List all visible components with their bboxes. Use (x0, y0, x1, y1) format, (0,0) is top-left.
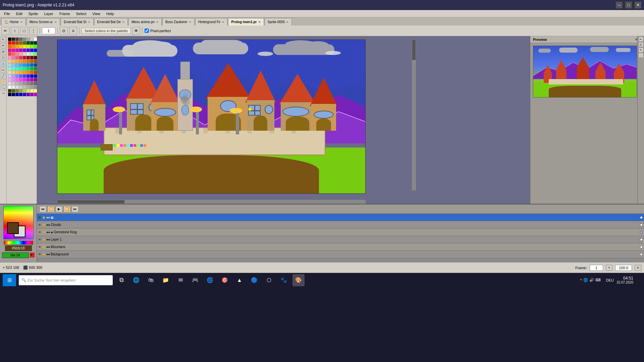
palette-color-4[interactable] (23, 38, 26, 41)
taskbar-task-view[interactable]: ⧉ (115, 274, 127, 286)
layer-clouds-lock-icon[interactable]: 🔒 (42, 223, 46, 227)
palette-color-102[interactable] (30, 82, 34, 85)
layer-row-1[interactable]: 👁 🔒 ●● Layer 1 (37, 236, 644, 243)
frame-input[interactable] (590, 265, 603, 271)
taskbar-blender[interactable]: 🔵 (248, 274, 260, 286)
palette-color-86[interactable] (30, 74, 34, 78)
maximize-button[interactable]: □ (625, 2, 632, 8)
layer-row-0[interactable]: 👁 🔒 ●● ▦ (37, 214, 644, 221)
palette-color-48[interactable] (8, 60, 11, 63)
start-button[interactable]: ⊞ (3, 274, 16, 286)
palette-color-70[interactable] (30, 67, 34, 70)
palette-color-57[interactable] (12, 63, 15, 67)
hand-tool[interactable]: ✋ (1, 79, 6, 84)
palette-color-101[interactable] (26, 82, 30, 85)
palette-color-56[interactable] (8, 63, 11, 67)
palette-color-115[interactable] (19, 89, 22, 93)
menu-help[interactable]: Help (104, 11, 117, 16)
palette-color-66[interactable] (15, 67, 19, 70)
rt-tool-2[interactable]: ⊡ (639, 42, 643, 47)
layer-tool[interactable]: ≡ (69, 27, 77, 35)
palette-color-52[interactable] (23, 60, 26, 63)
palette-color-64[interactable] (8, 67, 11, 70)
palette-color-116[interactable] (23, 89, 26, 93)
h-scrollbar-thumb[interactable] (57, 200, 124, 203)
rt-tool-4[interactable]: ⋮ (639, 53, 643, 58)
layer-clouds-vis-icon[interactable]: 👁 (38, 223, 41, 227)
palette-color-82[interactable] (15, 74, 19, 78)
tab-emerald-bat-st-close[interactable]: ✕ (88, 20, 91, 24)
tab-home[interactable]: 🏠 Home ✕ (1, 18, 26, 25)
btn-last-frame[interactable]: ⏭ (72, 206, 78, 212)
palette-color-117[interactable] (26, 89, 30, 93)
menu-edit[interactable]: Edit (13, 11, 25, 16)
palette-color-75[interactable] (19, 71, 22, 74)
color-picker[interactable] (3, 206, 34, 239)
fill-tool[interactable]: ⬡ (1, 55, 6, 60)
palette-color-24[interactable] (8, 49, 11, 52)
palette-color-109[interactable] (26, 85, 30, 89)
palette-color-13[interactable] (26, 41, 30, 45)
v-scrollbar-thumb[interactable] (412, 40, 416, 60)
tab-hintergrund[interactable]: Hintergrund Fir ✕ (195, 18, 228, 25)
tab-emerald-bat-st[interactable]: Emerald Bat St ✕ (61, 18, 93, 25)
palette-color-16[interactable] (8, 45, 11, 48)
arrow-tool[interactable]: ↖ (1, 37, 6, 42)
palette-color-88[interactable] (8, 78, 11, 81)
taskbar-app-1[interactable]: 🎯 (219, 274, 231, 286)
palette-color-92[interactable] (23, 78, 26, 81)
taskbar-ie[interactable]: 🌐 (130, 274, 142, 286)
palette-color-80[interactable] (8, 74, 11, 78)
palette-color-69[interactable] (26, 67, 30, 70)
h-scrollbar[interactable] (57, 200, 366, 204)
palette-color-93[interactable] (26, 78, 30, 81)
palette-color-44[interactable] (23, 56, 26, 59)
v-scrollbar[interactable] (412, 40, 416, 190)
palette-color-62[interactable] (30, 63, 34, 67)
btn-next-frame[interactable]: ⏩ (64, 206, 70, 212)
layer-1-lock-icon[interactable]: 🔒 (42, 238, 46, 241)
palette-color-28[interactable] (23, 49, 26, 52)
palette-color-100[interactable] (23, 82, 26, 85)
palette-color-114[interactable] (15, 89, 19, 93)
palette-color-34[interactable] (15, 52, 19, 56)
palette-color-38[interactable] (30, 52, 34, 56)
pencil-tool[interactable]: ✏ (1, 43, 6, 48)
palette-color-97[interactable] (12, 82, 15, 85)
layer-mountains-lock-icon[interactable]: 🔒 (42, 245, 46, 249)
btn-prev-frame[interactable]: ⏪ (48, 206, 54, 212)
delete-color-btn[interactable]: ✕ (30, 252, 35, 258)
taskbar-app-2[interactable]: ⬡ (263, 274, 275, 286)
palette-color-107[interactable] (19, 85, 22, 89)
palette-color-3[interactable] (19, 38, 22, 41)
layer-1-vis-icon[interactable]: 👁 (38, 238, 41, 241)
taskbar-store[interactable]: 🛍 (145, 274, 157, 286)
palette-color-65[interactable] (12, 67, 15, 70)
palette-color-41[interactable] (12, 56, 15, 59)
palette-color-125[interactable] (26, 93, 30, 96)
minimize-button[interactable]: ─ (616, 2, 623, 8)
taskbar-unity[interactable]: ▲ (233, 274, 246, 286)
palette-color-10[interactable] (15, 41, 19, 45)
layer-row-mountains[interactable]: 👁 🔒 ●● Mountans (37, 243, 644, 251)
palette-color-29[interactable] (26, 49, 30, 52)
palette-color-112[interactable] (8, 89, 11, 93)
palette-color-11[interactable] (19, 41, 22, 45)
palette-color-74[interactable] (15, 71, 19, 74)
palette-color-30[interactable] (30, 49, 34, 52)
palette-color-91[interactable] (19, 78, 22, 81)
tray-keyboard[interactable]: ⌨ (595, 278, 601, 282)
palette-color-96[interactable] (8, 82, 11, 85)
palette-color-84[interactable] (23, 74, 26, 78)
palette-color-106[interactable] (15, 85, 19, 89)
palette-color-5[interactable] (26, 38, 30, 41)
palette-color-18[interactable] (15, 45, 19, 48)
palette-color-126[interactable] (30, 93, 34, 96)
palette-color-120[interactable] (8, 93, 11, 96)
zoom-input[interactable] (42, 27, 55, 34)
palette-color-89[interactable] (12, 78, 15, 81)
palette-color-14[interactable] (30, 41, 34, 45)
palette-color-85[interactable] (26, 74, 30, 78)
palette-color-51[interactable] (19, 60, 22, 63)
menu-sprite[interactable]: Sprite (26, 11, 41, 16)
